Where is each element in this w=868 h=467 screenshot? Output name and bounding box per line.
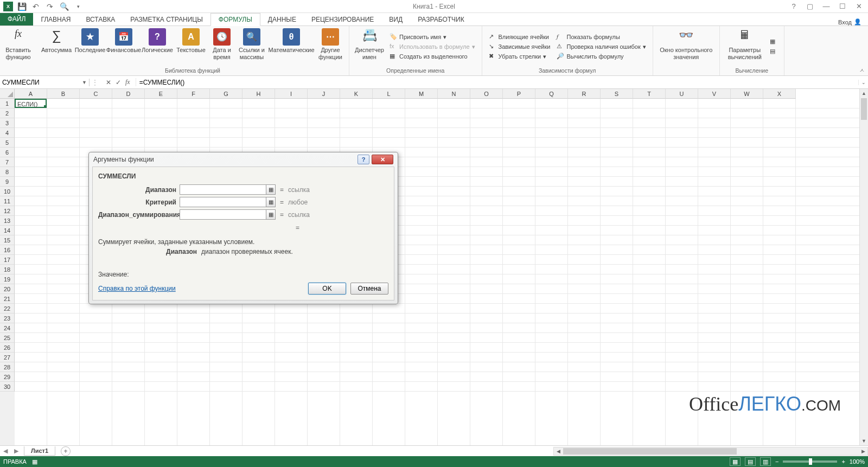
column-header[interactable]: Q — [535, 89, 568, 99]
zoom-in-icon[interactable]: + — [841, 458, 845, 465]
row-header[interactable]: 28 — [0, 362, 15, 372]
zoom-value[interactable]: 100% — [850, 458, 865, 465]
redo-icon[interactable]: ↷ — [46, 2, 54, 11]
zoom-out-icon[interactable]: − — [775, 458, 778, 465]
qat-dropdown-icon[interactable]: ▾ — [74, 2, 82, 11]
dialog-close-button[interactable]: ✕ — [372, 155, 393, 164]
evaluate-button[interactable]: 🔎Вычислить формулу — [556, 52, 647, 61]
page-break-view-icon[interactable]: ▥ — [760, 457, 771, 466]
remove-arrows-button[interactable]: ✖Убрать стрелки ▾ — [488, 52, 552, 61]
tab-insert[interactable]: ВСТАВКА — [78, 14, 123, 25]
lookup-button[interactable]: 🔍Ссылки и массивы — [236, 27, 267, 66]
recent-button[interactable]: ★Последние — [73, 27, 107, 66]
sheet-tab[interactable]: Лист1 — [24, 446, 55, 456]
name-box[interactable]: ▼ — [0, 79, 90, 86]
row-header[interactable]: 30 — [0, 382, 15, 392]
dialog-help-button[interactable]: ? — [358, 155, 369, 164]
scroll-down-icon[interactable]: ▼ — [860, 437, 868, 445]
name-box-dropdown-icon[interactable]: ▼ — [82, 80, 87, 85]
page-layout-view-icon[interactable]: ▤ — [745, 457, 756, 466]
select-all-corner[interactable] — [0, 89, 15, 99]
maximize-icon[interactable]: ☐ — [837, 2, 848, 11]
undo-icon[interactable]: ↶ — [31, 2, 40, 11]
row-header[interactable]: 22 — [0, 304, 15, 314]
cancel-formula-icon[interactable]: ✕ — [106, 79, 111, 86]
column-header[interactable]: A — [15, 89, 47, 99]
fx-bar-icon[interactable]: fx — [125, 78, 130, 86]
column-header[interactable]: D — [112, 89, 145, 99]
row-header[interactable]: 4 — [0, 128, 15, 138]
help-link[interactable]: Справка по этой функции — [98, 285, 176, 292]
datetime-button[interactable]: 🕓Дата и время — [208, 27, 236, 66]
calc-sheet-button[interactable]: ▤ — [769, 47, 778, 56]
close-icon[interactable]: ✕ — [853, 2, 865, 11]
column-header[interactable]: K — [340, 89, 373, 99]
dialog-titlebar[interactable]: Аргументы функции ? ✕ — [89, 152, 398, 167]
row-header[interactable]: 16 — [0, 245, 15, 255]
column-header[interactable]: V — [698, 89, 731, 99]
financial-button[interactable]: 📅Финансовые — [107, 27, 141, 66]
range-picker-icon[interactable]: ▦ — [266, 197, 276, 207]
row-header[interactable]: 24 — [0, 323, 15, 333]
column-header[interactable]: W — [731, 89, 763, 99]
column-header[interactable]: J — [308, 89, 340, 99]
show-formulas-button[interactable]: 𝑓Показать формулы — [556, 33, 647, 41]
row-header[interactable]: 6 — [0, 148, 15, 157]
scroll-up-icon[interactable]: ▲ — [860, 89, 868, 98]
range-picker-icon[interactable]: ▦ — [266, 209, 276, 220]
scroll-left-icon[interactable]: ◀ — [554, 447, 563, 455]
normal-view-icon[interactable]: ▦ — [730, 457, 741, 466]
row-header[interactable]: 15 — [0, 235, 15, 245]
save-icon[interactable]: 💾 — [17, 2, 26, 11]
row-header[interactable]: 13 — [0, 216, 15, 226]
sheet-nav-prev-icon[interactable]: ◀ — [0, 447, 11, 455]
name-manager-button[interactable]: 📇Диспетчер имен — [353, 27, 386, 66]
column-header[interactable]: T — [633, 89, 666, 99]
tab-file[interactable]: ФАЙЛ — [0, 12, 33, 25]
text-button[interactable]: AТекстовые — [174, 27, 208, 66]
use-in-formula-button[interactable]: fxИспользовать в формуле ▾ — [388, 42, 476, 51]
help-icon[interactable]: ? — [788, 2, 800, 11]
row-header[interactable]: 11 — [0, 196, 15, 206]
column-header[interactable]: L — [373, 89, 405, 99]
row-header[interactable]: 9 — [0, 177, 15, 187]
cancel-button[interactable]: Отмена — [350, 283, 388, 295]
add-sheet-button[interactable]: + — [61, 446, 71, 456]
define-name-button[interactable]: 🏷️Присвоить имя ▾ — [388, 33, 476, 41]
tab-review[interactable]: РЕЦЕНЗИРОВАНИЕ — [304, 14, 381, 25]
watch-window-button[interactable]: 👓Окно контрольного значения — [656, 27, 716, 66]
ribbon-options-icon[interactable]: ▢ — [804, 2, 816, 11]
column-header[interactable]: O — [470, 89, 503, 99]
create-from-selection-button[interactable]: ▦Создать из выделенного — [388, 52, 476, 61]
tab-data[interactable]: ДАННЫЕ — [260, 14, 304, 25]
preview-icon[interactable]: 🔍 — [60, 2, 68, 11]
column-header[interactable]: B — [47, 89, 80, 99]
logical-button[interactable]: ?Логические — [141, 27, 174, 66]
trace-dependents-button[interactable]: ↘Зависимые ячейки — [488, 42, 552, 51]
accept-formula-icon[interactable]: ✓ — [116, 79, 121, 86]
row-header[interactable]: 2 — [0, 108, 15, 118]
column-header[interactable]: H — [242, 89, 275, 99]
row-header[interactable]: 29 — [0, 372, 15, 382]
column-header[interactable]: U — [666, 89, 698, 99]
row-header[interactable]: 8 — [0, 167, 15, 177]
hscroll-thumb[interactable] — [563, 448, 737, 455]
horizontal-scrollbar[interactable]: ◀ ▶ — [553, 447, 868, 456]
collapse-ribbon-icon[interactable]: ㅅ — [859, 67, 865, 74]
minimize-icon[interactable]: — — [820, 2, 832, 11]
tab-view[interactable]: ВИД — [381, 14, 410, 25]
tab-developer[interactable]: РАЗРАБОТЧИК — [410, 14, 472, 25]
row-header[interactable]: 17 — [0, 255, 15, 265]
column-header[interactable]: X — [763, 89, 796, 99]
range-picker-icon[interactable]: ▦ — [266, 184, 276, 195]
zoom-slider[interactable] — [783, 460, 837, 463]
macro-icon[interactable]: ▦ — [32, 458, 37, 465]
tab-pagelayout[interactable]: РАЗМЕТКА СТРАНИЦЫ — [123, 14, 210, 25]
arg-input-sumrange[interactable] — [180, 209, 266, 220]
column-header[interactable]: P — [503, 89, 535, 99]
row-header[interactable]: 5 — [0, 138, 15, 148]
row-header[interactable]: 7 — [0, 157, 15, 167]
column-header[interactable]: G — [210, 89, 242, 99]
more-button[interactable]: ⋯Другие функции — [315, 27, 346, 66]
column-header[interactable]: R — [568, 89, 601, 99]
